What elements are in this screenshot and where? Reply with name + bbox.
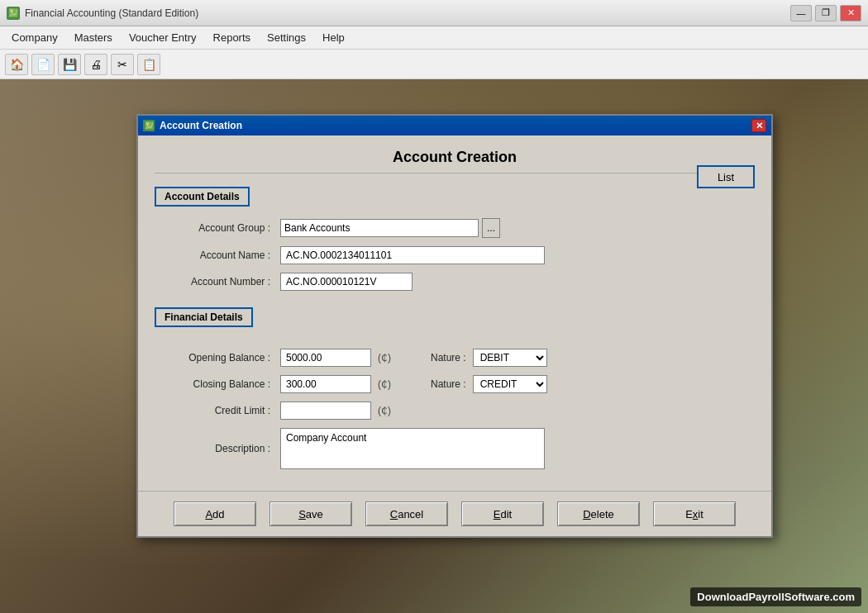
account-name-input[interactable] [280,246,545,264]
credit-limit-label: Credit Limit : [155,405,270,416]
window-controls: — ❐ ✕ [790,5,861,21]
account-name-row: Account Name : [155,246,755,264]
dialog-main-title: Account Creation [155,149,755,173]
menu-company[interactable]: Company [3,28,66,47]
closing-nature-label: Nature : [431,378,466,390]
description-row: Description : Company Account [155,428,755,469]
account-group-label: Account Group : [155,222,270,234]
dialog-footer: Add Save Cancel Edit Delete Exit [138,491,771,536]
toolbar-btn-2[interactable]: 📄 [31,54,55,75]
closing-currency: (₵) [378,378,391,390]
account-number-row: Account Number : [155,273,755,291]
exit-label: Exit [685,508,703,520]
titlebar: 💹 Financial Accounting (Standard Edition… [0,0,868,26]
account-group-control: Bank Accounts ... [280,218,500,238]
dialog-close-button[interactable]: ✕ [751,119,766,132]
financial-details-section: Financial Details [155,307,253,327]
dialog-body: Account Creation List Account Details Ac… [138,135,771,491]
dialog-titlebar-label: Account Creation [160,120,242,131]
opening-balance-row: Opening Balance : (₵) Nature : DEBIT CRE… [155,349,755,367]
cancel-button[interactable]: Cancel [365,501,448,526]
add-button[interactable]: Add [174,501,256,526]
opening-nature-label: Nature : [431,352,466,364]
account-name-label: Account Name : [155,249,270,261]
closing-nature-select[interactable]: DEBIT CREDIT [473,375,547,393]
toolbar-btn-4[interactable]: 🖨 [84,54,107,75]
menubar: Company Masters Voucher Entry Reports Se… [0,26,868,50]
menu-settings[interactable]: Settings [259,28,314,47]
credit-currency: (₵) [378,405,391,416]
account-group-row: Account Group : Bank Accounts ... [155,218,755,238]
toolbar-btn-5[interactable]: ✂ [111,54,134,75]
list-button[interactable]: List [697,165,755,188]
toolbar-btn-1[interactable]: 🏠 [5,54,28,75]
exit-button[interactable]: Exit [653,501,736,526]
description-textarea[interactable]: Company Account [280,428,545,469]
closing-balance-input[interactable] [280,375,371,393]
description-label: Description : [155,443,270,454]
delete-button[interactable]: Delete [557,501,640,526]
closing-balance-row: Closing Balance : (₵) Nature : DEBIT CRE… [155,375,755,393]
edit-label: Edit [494,508,512,520]
toolbar-btn-3[interactable]: 💾 [58,54,81,75]
closing-balance-label: Closing Balance : [155,378,270,390]
add-label: Add [205,508,224,520]
minimize-button[interactable]: — [790,5,812,21]
account-creation-dialog: 💹 Account Creation ✕ Account Creation Li… [136,114,773,538]
save-button[interactable]: Save [269,501,352,526]
cancel-label: Cancel [390,508,423,520]
opening-balance-input[interactable] [280,349,371,367]
account-number-label: Account Number : [155,276,270,287]
opening-currency: (₵) [378,352,391,364]
delete-label: Delete [583,508,614,520]
menu-voucher-entry[interactable]: Voucher Entry [121,28,205,47]
save-label: Save [298,508,323,520]
credit-limit-input[interactable] [280,402,371,420]
titlebar-title: Financial Accounting (Standard Edition) [25,7,790,19]
account-number-input[interactable] [280,273,413,291]
opening-balance-label: Opening Balance : [155,352,270,364]
close-button[interactable]: ✕ [840,5,861,21]
credit-limit-row: Credit Limit : (₵) [155,402,755,420]
dialog-titlebar: 💹 Account Creation ✕ [138,116,771,135]
account-group-select[interactable]: Bank Accounts [280,219,479,237]
dialog-backdrop: 💹 Account Creation ✕ Account Creation Li… [0,79,868,613]
app-icon: 💹 [7,7,20,20]
account-group-browse-btn[interactable]: ... [482,218,500,238]
edit-button[interactable]: Edit [461,501,544,526]
menu-help[interactable]: Help [314,28,353,47]
toolbar: 🏠 📄 💾 🖨 ✂ 📋 [0,50,868,79]
account-details-section: Account Details [155,187,250,207]
dialog-icon: 💹 [143,120,155,131]
toolbar-btn-6[interactable]: 📋 [137,54,160,75]
menu-reports[interactable]: Reports [205,28,260,47]
menu-masters[interactable]: Masters [66,28,121,47]
watermark: DownloadPayrollSoftware.com [690,587,861,606]
restore-button[interactable]: ❐ [815,5,837,21]
opening-nature-select[interactable]: DEBIT CREDIT [473,349,547,367]
